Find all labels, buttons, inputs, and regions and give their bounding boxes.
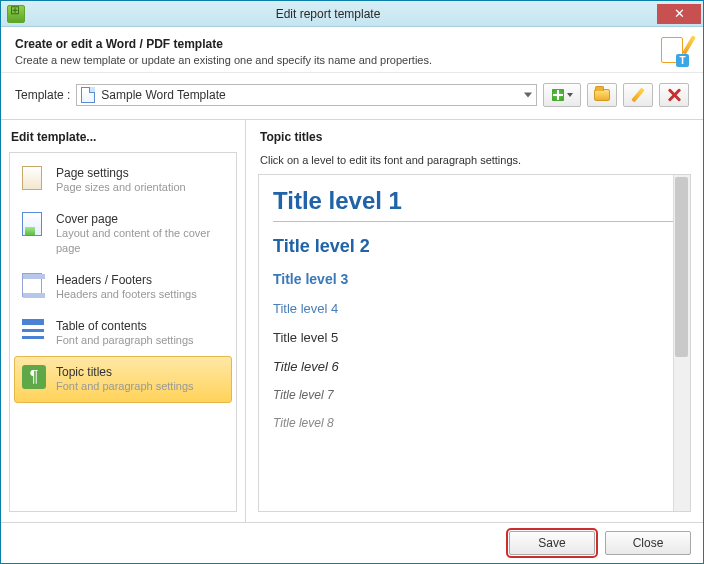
- cover-page-icon: [22, 212, 46, 238]
- close-button-label: Close: [633, 536, 664, 550]
- title-level-2[interactable]: Title level 2: [273, 236, 676, 257]
- page-icon: [22, 166, 46, 192]
- main-heading: Topic titles: [260, 130, 691, 144]
- pencil-icon: [631, 88, 644, 103]
- template-label: Template :: [15, 88, 70, 102]
- sidebar-item-title: Table of contents: [56, 319, 194, 333]
- scrollbar-thumb[interactable]: [675, 177, 688, 357]
- sidebar-item-topic-titles[interactable]: ¶ Topic titles Font and paragraph settin…: [14, 356, 232, 402]
- sidebar-item-title: Page settings: [56, 166, 186, 180]
- save-button[interactable]: Save: [509, 531, 595, 555]
- word-doc-icon: [81, 87, 95, 103]
- close-button[interactable]: Close: [605, 531, 691, 555]
- header-footer-icon: [22, 273, 46, 299]
- sidebar-item-title: Cover page: [56, 212, 224, 226]
- template-select[interactable]: Sample Word Template: [76, 84, 537, 106]
- header-heading: Create or edit a Word / PDF template: [15, 37, 661, 51]
- title-level-1[interactable]: Title level 1: [273, 181, 676, 222]
- folder-icon: [594, 89, 610, 101]
- sidebar-item-subtitle: Layout and content of the cover page: [56, 226, 224, 255]
- scrollbar-track[interactable]: [673, 175, 690, 511]
- title-level-6[interactable]: Title level 6: [273, 359, 676, 374]
- sidebar: Edit template... Page settings Page size…: [1, 120, 246, 522]
- toc-icon: [22, 319, 46, 345]
- title-level-8[interactable]: Title level 8: [273, 416, 676, 430]
- sidebar-heading: Edit template...: [11, 130, 237, 144]
- save-button-label: Save: [538, 536, 565, 550]
- chevron-down-icon: [567, 93, 573, 97]
- dialog-window: Edit report template ✕ Create or edit a …: [0, 0, 704, 564]
- sidebar-list: Page settings Page sizes and orientation…: [9, 152, 237, 512]
- sidebar-item-subtitle: Headers and footers settings: [56, 287, 197, 301]
- title-level-3[interactable]: Title level 3: [273, 271, 676, 287]
- edit-template-icon: T: [661, 37, 689, 65]
- chevron-down-icon: [524, 93, 532, 98]
- template-selected-value: Sample Word Template: [101, 88, 225, 102]
- main-hint: Click on a level to edit its font and pa…: [260, 154, 691, 166]
- body: Edit template... Page settings Page size…: [1, 120, 703, 522]
- titlebar: Edit report template ✕: [1, 1, 703, 27]
- title-levels-box: Title level 1 Title level 2 Title level …: [258, 174, 691, 512]
- sidebar-item-title: Topic titles: [56, 365, 194, 379]
- sidebar-item-subtitle: Font and paragraph settings: [56, 333, 194, 347]
- sidebar-item-cover-page[interactable]: Cover page Layout and content of the cov…: [14, 203, 232, 264]
- header: Create or edit a Word / PDF template Cre…: [1, 27, 703, 73]
- template-row: Template : Sample Word Template: [1, 73, 703, 120]
- sidebar-item-subtitle: Page sizes and orientation: [56, 180, 186, 194]
- sidebar-item-table-of-contents[interactable]: Table of contents Font and paragraph set…: [14, 310, 232, 356]
- close-icon: ✕: [674, 6, 685, 21]
- sidebar-item-page-settings[interactable]: Page settings Page sizes and orientation: [14, 157, 232, 203]
- main-panel: Topic titles Click on a level to edit it…: [246, 120, 703, 522]
- title-level-7[interactable]: Title level 7: [273, 388, 676, 402]
- rename-template-button[interactable]: [623, 83, 653, 107]
- open-template-button[interactable]: [587, 83, 617, 107]
- header-description: Create a new template or update an exist…: [15, 54, 661, 66]
- delete-template-button[interactable]: [659, 83, 689, 107]
- sidebar-item-headers-footers[interactable]: Headers / Footers Headers and footers se…: [14, 264, 232, 310]
- new-template-button[interactable]: [543, 83, 581, 107]
- pilcrow-icon: ¶: [22, 365, 46, 391]
- window-title: Edit report template: [25, 7, 657, 21]
- sidebar-item-title: Headers / Footers: [56, 273, 197, 287]
- app-icon: [7, 5, 25, 23]
- plus-icon: [552, 89, 564, 101]
- sidebar-item-subtitle: Font and paragraph settings: [56, 379, 194, 393]
- title-level-5[interactable]: Title level 5: [273, 330, 676, 345]
- window-close-button[interactable]: ✕: [657, 4, 701, 24]
- title-level-4[interactable]: Title level 4: [273, 301, 676, 316]
- delete-icon: [667, 88, 681, 102]
- footer: Save Close: [1, 522, 703, 563]
